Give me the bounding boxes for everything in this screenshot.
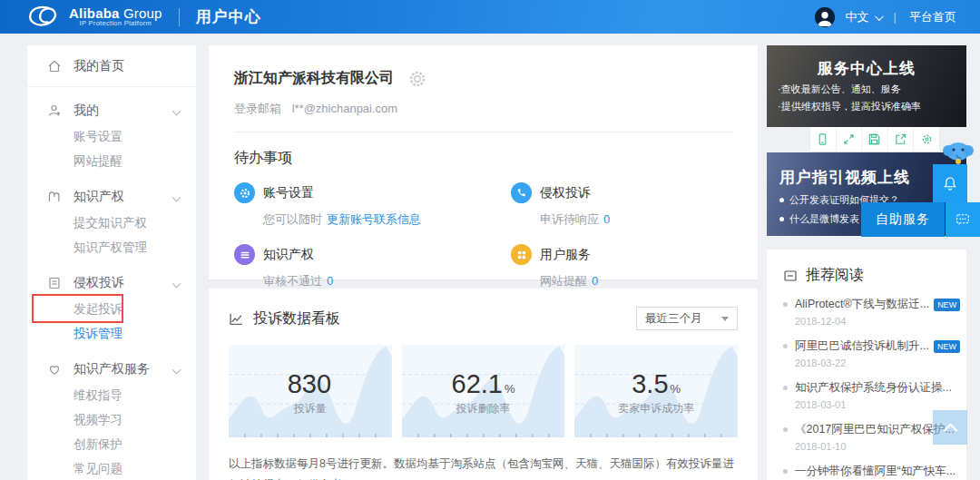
bell-icon: [942, 175, 958, 191]
sidebar-group-ip[interactable]: 知识产权: [27, 183, 196, 211]
todo-desc-text: 审核不通过: [263, 274, 322, 288]
platform-home-link[interactable]: 平台首页: [909, 9, 956, 25]
sidebar-item-file-complaint[interactable]: 发起投诉: [27, 297, 196, 321]
reading-item: 知识产权保护系统身份认证操... 2018-03-01: [783, 380, 952, 410]
grid-icon: [511, 244, 532, 265]
sidebar-group-label: 侵权投诉: [74, 275, 124, 291]
left-sidebar: 我的首页 我的 账号设置 网站提醒 知识产权 提交知识产权 知识产权管理 侵权投…: [27, 45, 196, 480]
home-icon: [47, 59, 62, 73]
bullet-icon: [779, 198, 784, 202]
todo-item-ip: 知识产权 审核不通过0: [234, 244, 511, 289]
stat-value: 3.5: [632, 369, 668, 398]
share-icon: [894, 132, 907, 146]
banner-line: ·提供维权指导，提高投诉准确率: [778, 100, 966, 113]
sidebar-item-account-settings[interactable]: 账号设置: [27, 124, 196, 149]
audit-failed-count[interactable]: 0: [327, 274, 333, 288]
expand-arrows-icon: [842, 132, 856, 146]
profile-todo-card: 浙江知产派科技有限公司 登录邮箱 l**@zhichanpai.com 待办事项…: [209, 45, 758, 279]
sidebar-item-video-learning[interactable]: 视频学习: [27, 407, 196, 432]
article-link[interactable]: 阿里巴巴诚信投诉机制升...: [795, 338, 929, 354]
sidebar-group-infringement[interactable]: 侵权投诉: [27, 269, 196, 297]
chevron-down-icon: [172, 192, 181, 201]
alibaba-logo[interactable]: Alibaba Group IP Protection Platform: [25, 4, 162, 31]
banner-title: 服务中心上线: [767, 58, 966, 79]
stat-label: 投诉删除率: [456, 401, 511, 416]
mascot-elephant-icon: [941, 139, 975, 166]
sidebar-group-label: 我的: [74, 103, 99, 119]
todo-section-title: 待办事项: [234, 149, 732, 168]
todo-item-label: 知识产权: [263, 247, 314, 263]
article-link[interactable]: 知识产权保护系统身份认证操...: [795, 380, 952, 396]
person-icon: [47, 103, 62, 118]
article-link[interactable]: AliProtect®下线与数据迁...: [795, 297, 929, 312]
list-icon: [234, 244, 255, 265]
company-name: 浙江知产派科技有限公司: [234, 69, 394, 88]
expand-tool-button[interactable]: [837, 127, 863, 152]
stat-label: 卖家申诉成功率: [618, 401, 694, 416]
stat-value: 830: [288, 369, 331, 398]
article-link[interactable]: 《2017阿里巴巴知识产权保护...: [795, 422, 955, 437]
todo-desc-text: 申诉待响应: [540, 212, 599, 226]
share-tool-button[interactable]: [888, 127, 915, 152]
select-caret-icon: [721, 317, 729, 321]
save-icon: [867, 132, 881, 146]
sidebar-group-label: 知识产权服务: [74, 361, 150, 377]
article-date: 2018-03-22: [795, 358, 952, 368]
alibaba-logo-icon: [25, 4, 62, 31]
stat-card-deletion-rate: 62.1% 投诉删除率: [402, 345, 565, 437]
language-switch[interactable]: 中文: [846, 9, 881, 25]
site-reminder-count[interactable]: 0: [592, 274, 598, 288]
sidebar-item-faq[interactable]: 常见问题: [27, 456, 196, 480]
bullet-icon: [783, 302, 788, 307]
save-tool-button[interactable]: [862, 127, 888, 152]
language-label: 中文: [846, 10, 869, 24]
sidebar-item-site-reminder[interactable]: 网站提醒: [27, 149, 196, 173]
back-to-top-button[interactable]: [933, 410, 967, 445]
article-icon: [783, 269, 798, 283]
sidebar-item-label: 视频学习: [74, 413, 122, 426]
settings-tool-button[interactable]: [914, 127, 939, 152]
article-link[interactable]: 一分钟带你看懂阿里“知产快车...: [795, 464, 956, 479]
sidebar-item-home[interactable]: 我的首页: [27, 45, 196, 87]
stat-card-appeal-success: 3.5% 卖家申诉成功率: [574, 345, 738, 437]
update-contact-link[interactable]: 更新账号联系信息: [327, 212, 421, 226]
sidebar-item-rights-guide[interactable]: 维权指导: [27, 383, 196, 407]
sidebar-item-label: 投诉管理: [74, 327, 122, 340]
sidebar-item-manage-ip[interactable]: 知识产权管理: [27, 235, 196, 260]
brand-text: Alibaba Group IP Protection Platform: [69, 6, 162, 28]
reading-item: 阿里巴巴诚信投诉机制升... NEW 2018-03-22: [783, 338, 952, 368]
appeal-pending-count[interactable]: 0: [603, 212, 610, 226]
reading-section-title: 推荐阅读: [806, 266, 864, 285]
sidebar-item-innovation-protection[interactable]: 创新保护: [27, 432, 196, 456]
article-date: 2018-12-04: [795, 316, 952, 327]
sidebar-item-submit-ip[interactable]: 提交知识产权: [27, 211, 196, 235]
self-service-widget: 自助服务: [861, 202, 980, 237]
notification-button[interactable]: [933, 164, 967, 202]
service-center-banner[interactable]: 服务中心上线 ·查收最新公告、通知、服务 ·提供维权指导，提高投诉准确率: [767, 45, 966, 127]
sidebar-item-label: 账号设置: [74, 130, 122, 143]
header-right: 中文 | 平台首页: [815, 7, 956, 27]
gear-icon: [920, 132, 934, 146]
sidebar-group-my[interactable]: 我的: [27, 97, 196, 124]
mobile-icon: [816, 132, 829, 146]
period-select[interactable]: 最近三个月: [636, 307, 738, 330]
phone-icon: [511, 182, 532, 203]
stat-unit: %: [505, 382, 515, 396]
todo-desc-text: 您可以随时: [263, 212, 322, 226]
gear-icon: [234, 182, 255, 203]
brand-name-2: Group: [120, 5, 162, 21]
sidebar-group-ip-services[interactable]: 知识产权服务: [27, 356, 196, 383]
user-avatar[interactable]: [815, 7, 835, 27]
sidebar-item-label: 常见问题: [74, 462, 122, 475]
chevron-down-icon: [875, 12, 884, 21]
chat-bubble-icon: [955, 211, 971, 228]
stats-row: 830 投诉量 62.1% 投诉删除率: [229, 345, 738, 437]
chat-button[interactable]: [946, 202, 980, 237]
chevron-down-icon: [172, 365, 181, 374]
new-badge: NEW: [934, 299, 960, 311]
mobile-tool-button[interactable]: [810, 127, 837, 152]
chevron-down-icon: [172, 106, 181, 115]
sidebar-item-complaint-management[interactable]: 投诉管理: [27, 321, 196, 346]
self-service-button[interactable]: 自助服务: [861, 202, 945, 237]
banner-line: ·查收最新公告、通知、服务: [778, 83, 966, 96]
